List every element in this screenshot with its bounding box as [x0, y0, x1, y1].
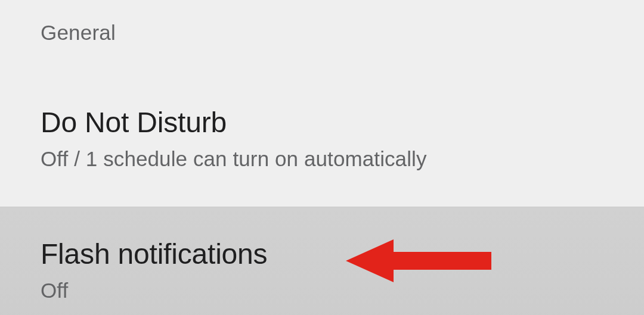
setting-flash-notifications[interactable]: Flash notifications Off: [0, 207, 644, 315]
section-header-general: General: [0, 0, 644, 45]
settings-page: General Do Not Disturb Off / 1 schedule …: [0, 0, 644, 315]
setting-title-flash: Flash notifications: [41, 238, 644, 270]
setting-subtitle-dnd: Off / 1 schedule can turn on automatical…: [41, 147, 644, 171]
setting-do-not-disturb[interactable]: Do Not Disturb Off / 1 schedule can turn…: [0, 45, 644, 207]
setting-subtitle-flash: Off: [41, 279, 644, 302]
setting-title-dnd: Do Not Disturb: [41, 106, 644, 139]
